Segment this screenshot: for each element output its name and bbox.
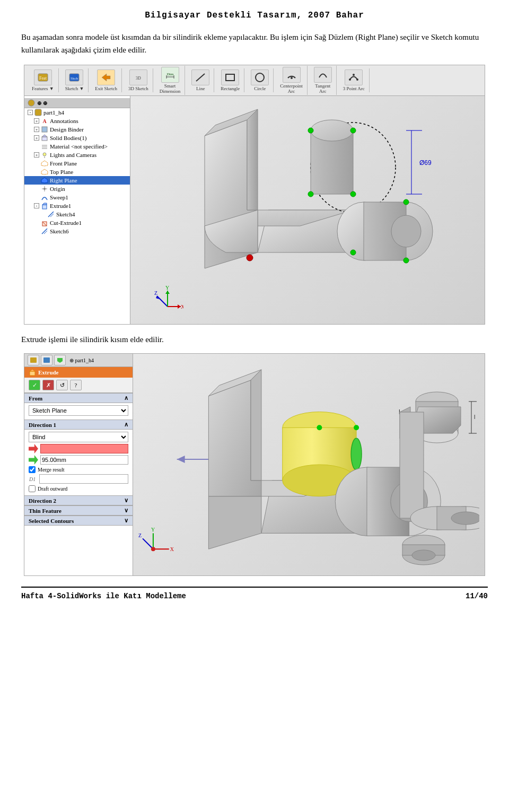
circle-btn[interactable]: Circle [247, 68, 274, 92]
preview-panel: l [384, 364, 479, 566]
svg-rect-73 [30, 371, 35, 376]
from-section-header[interactable]: From ∧ [24, 393, 133, 403]
tree-item-origin[interactable]: Origin [24, 185, 130, 193]
top-plane-icon [41, 168, 48, 176]
direction-arrow-red[interactable] [29, 444, 38, 453]
direction2-section-header[interactable]: Direction 2 ∨ [24, 495, 133, 505]
cad-viewport-top: Feat Features ▼ Skch Sketch ▼ [24, 65, 485, 325]
svg-text:Z: Z [138, 532, 142, 538]
tree-item-sketch4[interactable]: Sketch4 [24, 210, 130, 219]
tangent-arc-label: TangentArc [315, 83, 330, 94]
material-label: Material <not specified> [50, 143, 108, 150]
3point-arc-btn[interactable]: 3 Point Arc [339, 68, 370, 92]
extrude-titlebar: Extrude [24, 367, 133, 378]
direction2-collapse: ∨ [124, 497, 128, 504]
cancel-btn[interactable]: ✗ [42, 380, 54, 390]
panel-toolbar-btn3[interactable] [54, 355, 66, 365]
tree-item-sweep1[interactable]: Sweep1 [24, 193, 130, 202]
sketch-menu[interactable]: Skch Sketch ▼ [61, 68, 89, 92]
d1-input[interactable] [39, 474, 128, 484]
flip-box[interactable] [40, 444, 128, 453]
expand-part[interactable]: - [28, 110, 33, 115]
tangent-arc-btn[interactable]: TangentArc [310, 66, 337, 95]
expand-extrude1[interactable]: - [34, 203, 39, 208]
3d-sketch-btn[interactable]: 3D 3D Sketch [124, 68, 153, 92]
svg-rect-17 [35, 109, 41, 116]
svg-text:Ø69: Ø69 [419, 159, 432, 167]
thin-feature-section-header[interactable]: Thin Feature ∨ [24, 505, 133, 516]
panel-part-label: ⊕ part1_h4 [69, 357, 94, 363]
svg-point-13 [349, 78, 351, 81]
from-content: Sketch Plane [24, 403, 133, 420]
direction-flip-row [29, 444, 128, 453]
rebuild-btn[interactable]: ↺ [56, 380, 68, 390]
svg-point-32 [43, 188, 46, 190]
panel-toolbar-btn2[interactable] [41, 355, 52, 365]
expand-binder[interactable]: + [34, 127, 39, 132]
tree-item-design-binder[interactable]: + Design Binder [24, 125, 130, 134]
line-btn[interactable]: Line [187, 68, 214, 92]
svg-text:Feat: Feat [39, 76, 47, 81]
tree-item-annotations[interactable]: + A Annotations [24, 117, 130, 125]
annotation-icon: A [41, 117, 48, 125]
origin-label: Origin [50, 186, 65, 192]
from-label: From [29, 395, 42, 401]
panel-top-bar: ⊕ part1_h4 [24, 354, 133, 367]
svg-point-111 [451, 512, 479, 525]
extrude-panel: ⊕ part1_h4 Extrude ✓ ✗ ↺ ? From ∧ Sk [24, 354, 133, 575]
tree-item-extrude1[interactable]: - Extrude1 [24, 202, 130, 210]
svg-text:A: A [42, 118, 47, 124]
tree-item-front-plane[interactable]: Front Plane [24, 159, 130, 168]
selected-contours-section-header[interactable]: Selected Contours ∨ [24, 516, 133, 526]
toolbar: Feat Features ▼ Skch Sketch ▼ [24, 65, 485, 96]
svg-point-52 [308, 191, 313, 197]
tree-item-material[interactable]: Material <not specified> [24, 142, 130, 151]
help-btn[interactable]: ? [70, 380, 82, 390]
expand-lights[interactable]: + [34, 152, 39, 158]
svg-line-95 [143, 538, 153, 549]
sketch4-label: Sketch4 [56, 211, 75, 217]
tree-item-top-plane[interactable]: Top Plane [24, 168, 130, 176]
direction-arrow-green[interactable] [29, 455, 38, 465]
features-menu[interactable]: Feat Features ▼ [28, 68, 59, 92]
direction1-section-header[interactable]: Direction 1 ∧ [24, 420, 133, 430]
svg-rect-107 [400, 412, 424, 518]
features-label: Features ▼ [32, 86, 54, 91]
merge-result-checkbox[interactable] [29, 466, 36, 473]
feature-tree[interactable]: ⊕ ⊕ - part1_h4 + A Annotations [24, 96, 130, 325]
3d-sketch-label: 3D Sketch [128, 86, 148, 91]
cut-icon [41, 219, 48, 226]
expand-solid[interactable]: + [34, 135, 39, 141]
thin-feature-label: Thin Feature [29, 508, 62, 514]
from-select[interactable]: Sketch Plane [29, 405, 128, 416]
ok-btn[interactable]: ✓ [29, 380, 40, 390]
tree-item-sketch6[interactable]: Sketch6 [24, 227, 130, 235]
page-title: Bilgisayar Destekli Tasarım, 2007 Bahar [21, 11, 488, 20]
dimension-input[interactable] [40, 455, 128, 465]
centerpoint-arc-btn[interactable]: CenterpointArc [276, 66, 308, 95]
smart-dimension-btn[interactable]: Dim SmartDimension [155, 66, 186, 95]
expand-ann[interactable]: + [34, 118, 39, 124]
direction1-type-select[interactable]: Blind [29, 432, 128, 442]
svg-marker-21 [42, 135, 47, 137]
svg-rect-19 [42, 127, 47, 132]
rectangle-btn[interactable]: Rectangle [216, 68, 244, 92]
merge-result-label: Merge result [38, 467, 65, 473]
front-plane-icon [41, 160, 48, 167]
tree-item-cut-extrude1[interactable]: Cut-Extrude1 [24, 219, 130, 227]
tree-item-lights[interactable]: + Lights and Cameras [24, 151, 130, 159]
exit-sketch-icon [97, 69, 115, 85]
tree-item-part[interactable]: - part1_h4 [24, 108, 130, 117]
svg-point-14 [353, 74, 355, 76]
svg-point-11 [256, 73, 264, 82]
selected-contours-label: Selected Contours [29, 518, 74, 524]
origin-icon [41, 185, 48, 193]
tree-item-solid-bodies[interactable]: + Solid Bodies(1) [24, 134, 130, 142]
tree-item-right-plane[interactable]: Right Plane [24, 176, 130, 185]
exit-sketch-btn[interactable]: Exit Sketch [91, 68, 122, 92]
panel-toolbar-btn1[interactable] [28, 355, 39, 365]
draft-outward-checkbox[interactable] [29, 485, 36, 492]
extrude-panel-icon [29, 369, 36, 376]
tree-header-label: ⊕ ⊕ [37, 100, 47, 106]
extrude-icon [41, 202, 48, 209]
